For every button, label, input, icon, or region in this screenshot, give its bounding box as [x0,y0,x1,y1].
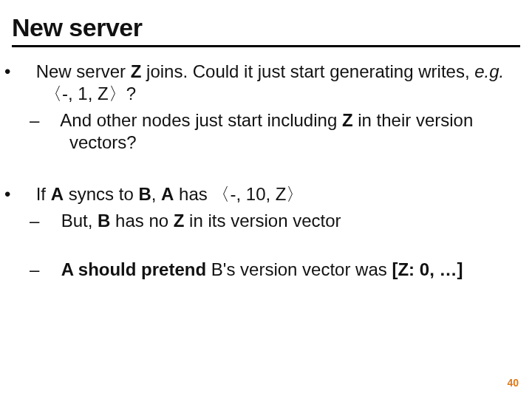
text: 〈-, 1, Z〉? [44,83,136,103]
text-bold: Z [131,61,142,81]
spacer [12,158,520,183]
bullet-dash: – [43,109,56,132]
page-number: 40 [507,377,519,389]
text-bold: A [161,184,174,204]
subbullet-2a: – But, B has no Z in its version vector [56,210,520,232]
bullet-2: • If A syncs to B, A has 〈-, 10, Z〉 [31,183,520,205]
text: And other nodes just start including [60,110,342,130]
text-bold: [Z: 0, …] [392,259,463,279]
spacer [12,236,520,259]
text: If [36,184,51,204]
text: B's version vector was [211,259,392,279]
subbullet-1a: – And other nodes just start including Z… [56,109,520,154]
bullet-dot: • [18,183,31,205]
bullet-1: • New server Z joins. Could it just star… [31,61,520,105]
bullet-dot: • [18,61,31,83]
text: has no [110,211,173,231]
text: in its version vector [184,211,341,231]
text: New server [36,61,131,81]
text-bold: B [138,184,151,204]
bullet-dash: – [43,259,56,281]
text: But, [61,211,98,231]
text-bold: A [61,259,73,279]
text: , [151,184,161,204]
text: syncs to [64,184,138,204]
text-bold: A [51,184,64,204]
subbullet-3a: – A should pretend B's version vector wa… [56,259,520,281]
text-bold: should pretend [73,259,211,279]
text-bold: Z [174,211,185,231]
text-italic: e.g. [474,61,504,81]
text-bold: B [98,211,110,231]
slide: New server • New server Z joins. Could i… [0,0,532,399]
slide-title: New server [12,13,520,47]
text: has 〈-, 10, Z〉 [174,184,304,204]
text-bold: Z [342,110,353,130]
text: joins. Could it just start generating wr… [141,61,474,81]
slide-content: • New server Z joins. Could it just star… [12,61,520,281]
bullet-dash: – [43,210,56,232]
